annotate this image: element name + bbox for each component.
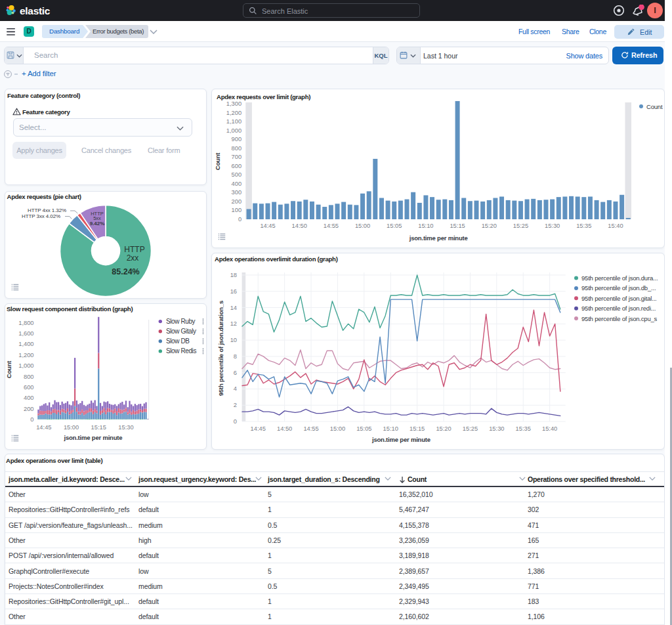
- svg-text:Slow DB: Slow DB: [166, 337, 190, 345]
- svg-text:15:35: 15:35: [576, 223, 591, 229]
- svg-text:json.time per minute: json.time per minute: [371, 436, 430, 443]
- svg-text:Slow Gitaly: Slow Gitaly: [166, 328, 196, 335]
- svg-text:15:35: 15:35: [516, 425, 531, 432]
- svg-text:1,000: 1,000: [18, 362, 33, 369]
- svg-text:14:55: 14:55: [303, 425, 318, 432]
- svg-text:16: 16: [230, 288, 237, 295]
- svg-text:85.24%: 85.24%: [112, 267, 139, 276]
- svg-text:14:45: 14:45: [251, 425, 266, 432]
- svg-text:1,800: 1,800: [18, 320, 33, 326]
- svg-text:15:15: 15:15: [91, 424, 106, 431]
- svg-text:200: 200: [24, 406, 34, 412]
- svg-text:12: 12: [230, 320, 237, 327]
- svg-text:0: 0: [234, 418, 237, 425]
- svg-text:0: 0: [30, 416, 33, 423]
- svg-text:15:00: 15:00: [64, 424, 79, 431]
- svg-text:95th percentile of json.redi..: 95th percentile of json.redi...: [581, 305, 656, 312]
- svg-text:Count: Count: [646, 103, 663, 110]
- svg-text:15:15: 15:15: [450, 223, 465, 229]
- svg-text:14:45: 14:45: [260, 223, 275, 229]
- svg-text:95th percentile of json.gital.: 95th percentile of json.gital...: [581, 295, 657, 302]
- svg-text:HTTP 3xx 4.02%: HTTP 3xx 4.02%: [22, 213, 60, 219]
- svg-text:800: 800: [232, 145, 242, 152]
- svg-text:Slow Redis: Slow Redis: [166, 347, 196, 355]
- svg-text:15:00: 15:00: [355, 223, 370, 229]
- svg-text:100: 100: [232, 207, 242, 213]
- svg-text:95th percentile of json.durati: 95th percentile of json.duration_s: [217, 301, 224, 396]
- svg-text:1,200: 1,200: [18, 352, 33, 358]
- svg-text:500: 500: [232, 171, 242, 178]
- svg-text:15:20: 15:20: [482, 223, 497, 229]
- svg-text:9.42%: 9.42%: [90, 221, 105, 226]
- svg-text:Count: Count: [5, 360, 12, 378]
- svg-text:14:50: 14:50: [292, 223, 307, 229]
- svg-text:95th percentile of json.cpu_s: 95th percentile of json.cpu_s: [581, 315, 658, 322]
- svg-text:2xx: 2xx: [127, 253, 139, 263]
- svg-text:400: 400: [232, 181, 242, 187]
- svg-text:15:40: 15:40: [608, 223, 623, 229]
- svg-text:15:20: 15:20: [436, 425, 451, 432]
- svg-text:200: 200: [232, 198, 242, 205]
- svg-text:15:00: 15:00: [330, 425, 345, 432]
- svg-text:14:45: 14:45: [36, 424, 51, 431]
- svg-text:400: 400: [24, 395, 34, 401]
- svg-text:15:30: 15:30: [489, 425, 504, 432]
- svg-text:700: 700: [232, 154, 242, 160]
- svg-text:8: 8: [234, 353, 237, 360]
- svg-text:4: 4: [234, 385, 237, 392]
- svg-text:0: 0: [238, 216, 242, 223]
- svg-text:1,000: 1,000: [226, 127, 242, 134]
- svg-text:15:30: 15:30: [545, 223, 560, 229]
- svg-text:1,400: 1,400: [18, 341, 33, 347]
- svg-text:15:25: 15:25: [463, 425, 478, 432]
- svg-text:Count: Count: [214, 152, 221, 170]
- svg-text:14:55: 14:55: [324, 223, 339, 229]
- svg-text:1,100: 1,100: [226, 118, 242, 125]
- svg-text:15:10: 15:10: [418, 223, 433, 229]
- svg-text:15:30: 15:30: [118, 424, 133, 431]
- svg-text:15:10: 15:10: [383, 425, 398, 432]
- svg-text:15:05: 15:05: [356, 425, 371, 432]
- svg-text:800: 800: [24, 374, 34, 380]
- svg-text:15:15: 15:15: [410, 425, 425, 432]
- svg-text:300: 300: [232, 189, 242, 196]
- svg-text:Slow Ruby: Slow Ruby: [166, 318, 196, 325]
- svg-text:1,200: 1,200: [226, 110, 242, 116]
- svg-text:2: 2: [234, 402, 237, 408]
- svg-text:95th percentile of json.dura..: 95th percentile of json.dura...: [581, 274, 658, 282]
- svg-text:1,600: 1,600: [18, 330, 33, 337]
- svg-text:900: 900: [232, 136, 242, 142]
- svg-text:6: 6: [234, 370, 237, 376]
- svg-text:json.time per minute: json.time per minute: [63, 434, 122, 441]
- svg-text:18: 18: [230, 272, 237, 278]
- svg-text:json.time per minute: json.time per minute: [409, 234, 468, 242]
- svg-text:15:40: 15:40: [542, 425, 557, 432]
- svg-text:15:25: 15:25: [513, 223, 528, 229]
- svg-text:600: 600: [232, 163, 242, 169]
- svg-text:95th percentile of json.db_...: 95th percentile of json.db_...: [581, 284, 656, 291]
- svg-text:14: 14: [230, 305, 237, 311]
- svg-text:14:50: 14:50: [277, 425, 292, 432]
- svg-text:1,300: 1,300: [226, 100, 242, 107]
- svg-text:600: 600: [24, 384, 34, 391]
- svg-text:10: 10: [230, 337, 237, 343]
- svg-text:15:05: 15:05: [387, 223, 402, 229]
